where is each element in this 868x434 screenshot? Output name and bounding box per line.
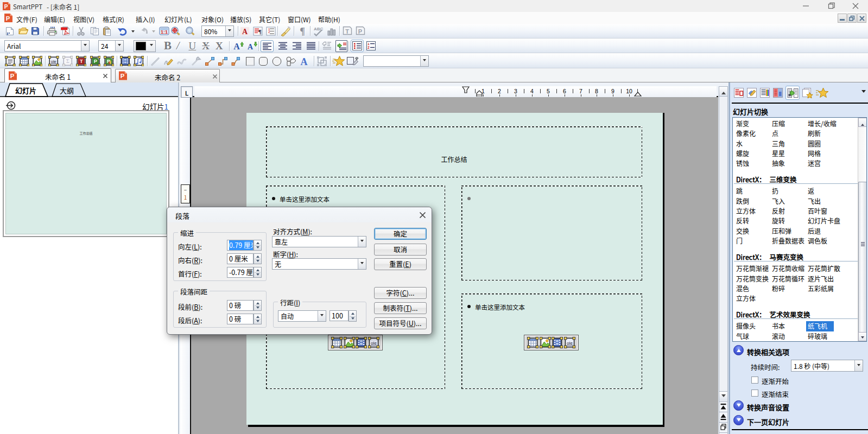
svg-text:T: T <box>79 59 83 64</box>
svg-text:7: 7 <box>579 88 582 94</box>
svg-text:3: 3 <box>514 88 517 94</box>
svg-text:A: A <box>248 43 254 51</box>
svg-text:P: P <box>93 59 97 64</box>
svg-text:8: 8 <box>595 88 598 94</box>
svg-text:A: A <box>233 42 240 51</box>
svg-text:4: 4 <box>530 88 534 94</box>
svg-text:P: P <box>4 4 8 10</box>
svg-text:Σ: Σ <box>66 58 69 64</box>
svg-text:ole: ole <box>567 341 573 346</box>
svg-text:9: 9 <box>611 88 614 94</box>
svg-text:ole: ole <box>51 59 56 64</box>
svg-text:A: A <box>242 28 248 36</box>
svg-text:2: 2 <box>368 46 370 49</box>
svg-text:ole: ole <box>371 341 377 346</box>
svg-text:¶: ¶ <box>300 26 305 36</box>
svg-text:1:1: 1:1 <box>161 29 168 35</box>
svg-text:¶: ¶ <box>258 28 262 35</box>
svg-text:T: T <box>345 28 349 35</box>
svg-text:P: P <box>6 15 10 22</box>
svg-text:10: 10 <box>626 88 632 94</box>
svg-text:6: 6 <box>563 88 566 94</box>
svg-text:P: P <box>358 28 362 35</box>
svg-text:5: 5 <box>547 88 550 94</box>
svg-text:2: 2 <box>498 88 501 94</box>
svg-text:A: A <box>300 56 307 67</box>
